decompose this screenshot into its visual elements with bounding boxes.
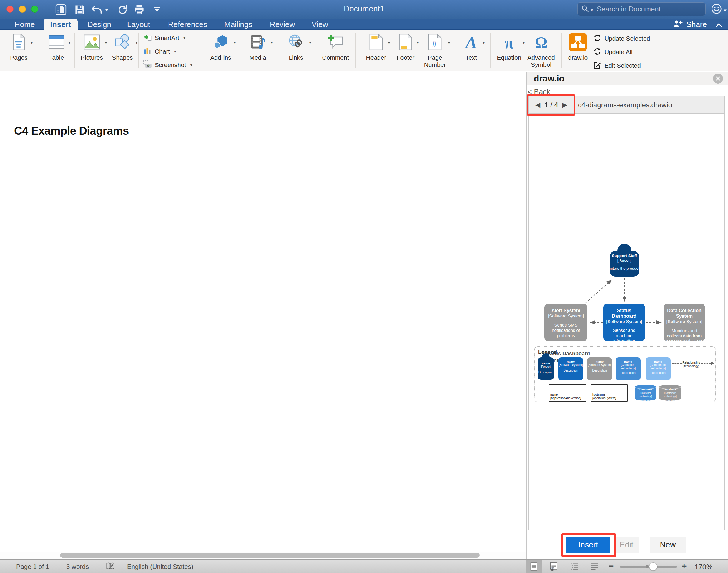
drawio-icon (569, 33, 587, 52)
smartart-dropdown-icon[interactable]: ▼ (183, 36, 186, 40)
drawio-ribbon-button[interactable]: draw.io (565, 32, 591, 69)
edit-selected-button[interactable]: Edit Selected (593, 61, 641, 70)
tab-insert[interactable]: Insert (44, 19, 78, 30)
new-button[interactable]: New (650, 536, 686, 553)
page-number-icon: # (428, 34, 442, 52)
relationship-arrowhead (711, 362, 714, 365)
footer-icon (398, 34, 412, 52)
advanced-symbol-icon: Ω (535, 34, 547, 51)
tab-view[interactable]: View (311, 19, 328, 30)
tab-layout[interactable]: Layout (127, 19, 150, 30)
screenshot-icon (143, 60, 152, 70)
header-icon (369, 34, 383, 52)
outline-view-button[interactable] (567, 560, 581, 573)
search-input[interactable] (597, 5, 702, 13)
language-indicator[interactable]: English (United States) (127, 563, 193, 571)
search-box[interactable]: ▼ (577, 2, 706, 16)
ribbon-tab-row: Home Insert Design Layout References Mai… (0, 19, 728, 30)
pictures-button[interactable]: ▼ Pictures (77, 32, 106, 69)
legend-node-host: hostname[operationSystem] (591, 384, 628, 402)
update-all-button[interactable]: Update All (593, 48, 633, 56)
shapes-button[interactable]: ▼ Shapes (108, 32, 137, 69)
text-dropdown-icon[interactable]: ▼ (482, 41, 486, 45)
addins-dropdown-icon[interactable]: ▼ (233, 41, 237, 45)
table-button[interactable]: ▼ Table (43, 32, 70, 69)
relationship-dash (701, 363, 711, 364)
legend-container: name [Container: technology] Description (616, 357, 641, 380)
spellcheck-icon[interactable] (106, 562, 115, 572)
tab-home[interactable]: Home (14, 19, 35, 30)
media-dropdown-icon[interactable]: ▼ (270, 41, 274, 45)
shapes-dropdown-icon[interactable]: ▼ (135, 41, 138, 45)
screenshot-dropdown-icon[interactable]: ▼ (190, 63, 193, 67)
addins-icon (212, 34, 229, 51)
chart-button[interactable]: Chart▼ (143, 47, 177, 56)
pictures-dropdown-icon[interactable]: ▼ (104, 41, 108, 45)
edit-button[interactable]: Edit (614, 536, 639, 553)
diagram-preview: ◀ 1 / 4 ▶ c4-diagrams-examples.drawio Su… (529, 96, 725, 530)
web-layout-view-button[interactable] (547, 560, 561, 573)
statusbar: Page 1 of 1 3 words English (United Stat… (0, 560, 728, 573)
legend-node-app: name[applicationAndVersion] (548, 384, 586, 402)
links-icon (288, 34, 304, 51)
draft-view-button[interactable] (587, 560, 601, 573)
page-number-button[interactable]: #▼ Page Number (420, 32, 450, 69)
word-count[interactable]: 3 words (66, 563, 89, 571)
panel-close-icon[interactable] (713, 73, 723, 84)
media-button[interactable]: ▼ Media (243, 32, 273, 69)
links-dropdown-icon[interactable]: ▼ (308, 41, 312, 45)
header-dropdown-icon[interactable]: ▼ (387, 41, 391, 45)
pages-icon (12, 34, 26, 52)
tab-design[interactable]: Design (87, 19, 111, 30)
chart-dropdown-icon[interactable]: ▼ (173, 49, 177, 54)
ribbon-collapse-icon[interactable] (716, 20, 722, 29)
document-canvas[interactable]: C4 Example Diagrams (0, 72, 526, 550)
page-number-dropdown-icon[interactable]: ▼ (447, 41, 451, 45)
table-dropdown-icon[interactable]: ▼ (68, 41, 71, 45)
refresh-icon (593, 34, 601, 44)
panel-header: draw.io (527, 72, 728, 85)
diagram-legend: Legend name [Person] Description name [S… (534, 346, 716, 402)
footer-button[interactable]: ▼ Footer (393, 32, 419, 69)
zoom-slider-marker (646, 565, 649, 568)
print-layout-view-button[interactable] (526, 560, 542, 573)
comment-icon (327, 34, 344, 51)
equation-dropdown-icon[interactable]: ▼ (522, 41, 526, 45)
legend-component: name [Component: technology] Description (646, 357, 671, 380)
zoom-out-button[interactable]: − (609, 561, 614, 571)
page-count[interactable]: Page 1 of 1 (16, 563, 49, 571)
zoom-in-button[interactable]: + (681, 561, 687, 571)
tab-review[interactable]: Review (270, 19, 295, 30)
text-button[interactable]: A▼ Text (458, 32, 484, 69)
horizontal-scrollbar[interactable] (0, 552, 526, 559)
links-button[interactable]: ▼ Links (281, 32, 311, 69)
tab-references[interactable]: References (168, 19, 207, 30)
share-label[interactable]: Share (686, 20, 707, 29)
addins-button[interactable]: ▼ Add-ins (206, 32, 235, 69)
chart-icon (143, 47, 152, 57)
zoom-slider-knob[interactable] (649, 562, 658, 571)
legend-relationship: Relationship [technology] (671, 361, 715, 378)
titlebar: Document1 ▼ (0, 0, 728, 19)
document-heading: C4 Example Diagrams (14, 125, 129, 137)
person-support-staff: Support Staff [Person] Monitors the prod… (610, 251, 639, 277)
system-alert: Alert System [Software System] Sends SMS… (544, 304, 587, 341)
zoom-level[interactable]: 170% (694, 563, 713, 571)
pages-button[interactable]: ▼ Pages (5, 32, 32, 69)
shapes-icon (114, 34, 131, 51)
share-person-add-icon[interactable] (673, 20, 683, 30)
smartart-button[interactable]: SmartArt▼ (143, 34, 186, 42)
horizontal-scrollbar-thumb[interactable] (60, 553, 480, 558)
equation-button[interactable]: π▼ Equation (494, 32, 524, 69)
feedback-smiley-icon[interactable] (711, 3, 722, 15)
pages-dropdown-icon[interactable]: ▼ (30, 41, 34, 45)
update-selected-button[interactable]: Update Selected (593, 34, 650, 43)
comment-button[interactable]: Comment (320, 32, 351, 69)
tab-mailings[interactable]: Mailings (224, 19, 252, 30)
screenshot-button[interactable]: Screenshot▼ (143, 61, 193, 69)
feedback-dropdown-icon[interactable] (723, 8, 727, 13)
search-scope-chevron-icon[interactable]: ▼ (590, 8, 594, 12)
footer-dropdown-icon[interactable]: ▼ (416, 41, 420, 45)
header-button[interactable]: ▼ Header (362, 32, 390, 69)
advanced-symbol-button[interactable]: Ω Advanced Symbol (526, 32, 557, 69)
